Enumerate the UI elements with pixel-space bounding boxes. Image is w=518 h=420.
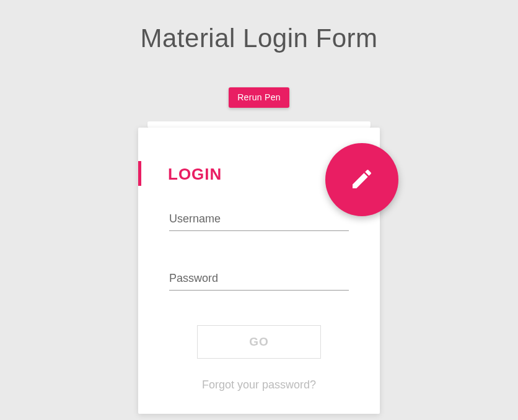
username-input[interactable] bbox=[169, 206, 349, 231]
card-back-layer bbox=[147, 121, 371, 128]
password-field-wrap: Password bbox=[169, 266, 349, 291]
submit-button[interactable]: GO bbox=[197, 325, 321, 359]
register-fab[interactable] bbox=[325, 143, 398, 216]
login-card: LOGIN Username Password GO Forgot your p… bbox=[138, 128, 380, 414]
forgot-password-link[interactable]: Forgot your password? bbox=[169, 378, 349, 392]
username-field-wrap: Username bbox=[169, 206, 349, 231]
login-form: Username Password GO Forgot your passwor… bbox=[138, 184, 380, 392]
rerun-button[interactable]: Rerun Pen bbox=[229, 87, 289, 108]
password-input[interactable] bbox=[169, 266, 349, 291]
pencil-icon bbox=[349, 167, 374, 193]
page-title: Material Login Form bbox=[0, 0, 518, 53]
